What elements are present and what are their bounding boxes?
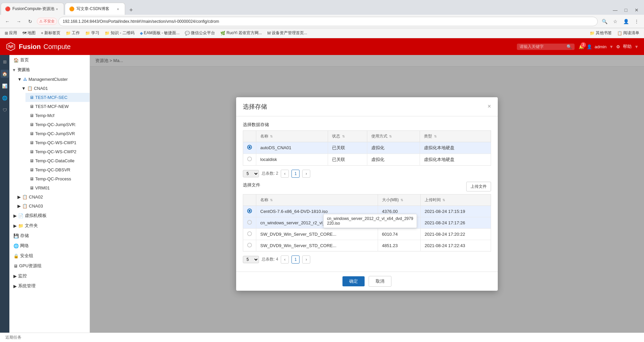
forward-button[interactable]: →	[14, 17, 23, 26]
sidebar-cna01[interactable]: ▼ 📋 CNA01	[17, 84, 90, 93]
sidebar-network[interactable]: 🌐 网络	[9, 241, 90, 251]
file-time-header[interactable]: 上传时间 ⇅	[421, 194, 491, 206]
file-radio-4[interactable]	[247, 243, 252, 247]
bookmark-others[interactable]: 📁其他书签	[588, 30, 614, 37]
cancel-button[interactable]: 取消	[369, 276, 391, 287]
modal-close-button[interactable]: ×	[487, 103, 491, 110]
bookmark-icon[interactable]: ☆	[610, 17, 620, 26]
file-prev-page[interactable]: ‹	[281, 255, 289, 264]
sidebar-vm-dbsvr[interactable]: 🖥 Temp-QC-DBSVR	[25, 165, 90, 174]
storage-type-header[interactable]: 类型 ⇅	[420, 130, 491, 142]
close-window-button[interactable]: ✕	[632, 5, 641, 15]
storage-next-page[interactable]: ›	[302, 170, 310, 178]
icon-bar-network[interactable]: 🌐	[1, 94, 9, 102]
sidebar-vm-jumpsvr2[interactable]: 🖥 Temp-QC-JumpSVR	[25, 129, 90, 138]
search-icon[interactable]: 🔍	[567, 44, 572, 49]
sidebar-system-management[interactable]: ▶ 系统管理	[9, 281, 90, 291]
sidebar-vm-test-mcf-new[interactable]: 🖥 TEST-MCF-NEW	[25, 102, 90, 111]
new-tab-button[interactable]: +	[126, 5, 136, 15]
profile-icon[interactable]: 👤	[621, 17, 631, 26]
storage-radio-2[interactable]	[247, 157, 252, 161]
sidebar-vm-jumpsvr1[interactable]: 🖥 Temp-QC-JumpSVR:	[25, 120, 90, 129]
storage-row-1[interactable]: autoDS_CNA01 已关联 虚拟化 虚拟化本地硬盘	[243, 142, 491, 154]
settings-icon[interactable]: ⚙	[616, 44, 620, 49]
tab-close-2[interactable]: ×	[115, 6, 121, 12]
sidebar-folder[interactable]: ▶ 📁 文件夹	[9, 221, 90, 231]
icon-bar-monitor[interactable]: 📊	[1, 82, 9, 90]
sidebar-vm-template[interactable]: ▶ 📄 虚拟机模板	[9, 211, 90, 221]
tab-fusioncompute[interactable]: 🔴 FusionCompute-资源池 ×	[1, 3, 64, 15]
vm-icon-6: 🖥	[30, 140, 34, 145]
sidebar-vm-vrm01[interactable]: 🖥 VRM01	[25, 183, 90, 192]
icon-bar-resource[interactable]: 🏠	[1, 70, 9, 78]
back-button[interactable]: ←	[3, 17, 12, 26]
file-page-size[interactable]: 5 10 20	[243, 256, 259, 263]
storage-page-size[interactable]: 5 10 20	[243, 170, 259, 177]
sidebar-vm-cwp1[interactable]: 🖥 Temp-QC-WS-CWP1	[25, 138, 90, 147]
sidebar-vm-test-mcf-sec[interactable]: 🖥 TEST-MCF-SEC	[25, 93, 90, 102]
bookmark-asset[interactable]: M设备资产管理首页...	[265, 30, 309, 37]
search-input[interactable]	[520, 44, 567, 49]
icon-bar-security[interactable]: 🛡	[1, 106, 9, 114]
help-label[interactable]: 帮助	[623, 44, 632, 50]
bookmark-ruoyi[interactable]: 🌿RuoYi 若依官方网...	[218, 30, 264, 37]
sidebar-storage[interactable]: 💾 存储	[9, 231, 90, 241]
username-label[interactable]: admin	[595, 44, 606, 49]
file-radio-2[interactable]	[247, 220, 252, 225]
sidebar-security-group[interactable]: 🔒 安全组	[9, 251, 90, 261]
file-name-header[interactable]: 名称 ⇅	[256, 194, 378, 206]
minimize-button[interactable]: —	[610, 5, 620, 15]
header-search[interactable]: 🔍	[517, 44, 575, 50]
bookmark-qrcode[interactable]: 📁知识 - 二维码	[103, 30, 137, 37]
sidebar-monitoring[interactable]: ▶ 监控	[9, 271, 90, 281]
sidebar-vm-datacoll[interactable]: 🖥 Temp-QC-DataColle	[25, 156, 90, 165]
bookmark-study[interactable]: 📁学习	[83, 30, 101, 37]
sidebar-management-cluster[interactable]: ▼ 🖧 ManagementCluster	[13, 75, 90, 84]
sidebar-vm-process[interactable]: 🖥 Temp-QC-Process	[25, 174, 90, 183]
icon-bar-home[interactable]: ⊞	[1, 58, 9, 66]
storage-prev-page[interactable]: ‹	[281, 170, 289, 178]
notification-icon[interactable]: 🔔 3	[579, 44, 584, 49]
confirm-button[interactable]: 确定	[342, 276, 365, 286]
storage-usage-header[interactable]: 使用方式 ⇅	[367, 130, 420, 142]
bookmark-readinglist[interactable]: 📋阅读清单	[615, 30, 641, 37]
storage-status-header[interactable]: 状态 ⇅	[328, 130, 367, 142]
app-name-fusion: Fusion	[19, 43, 41, 51]
file-radio-3[interactable]	[247, 231, 252, 236]
storage-page-1[interactable]: 1	[291, 170, 300, 178]
search-icon[interactable]: 🔍	[600, 17, 609, 26]
app-logo: Fusion Compute	[5, 41, 71, 52]
storage-name-header[interactable]: 名称 ⇅	[256, 130, 328, 142]
bookmark-work[interactable]: 📁工作	[64, 30, 82, 37]
refresh-button[interactable]: ↻	[25, 17, 35, 26]
file-page-1[interactable]: 1	[291, 255, 300, 264]
file-time-1: 2021-08-24 17:15:19	[421, 206, 491, 217]
bookmark-maps[interactable]: 🗺地图	[20, 30, 38, 37]
bookmark-newtab[interactable]: +新标签页	[39, 30, 62, 37]
menu-icon[interactable]: ⋮	[632, 17, 641, 26]
file-next-page[interactable]: ›	[302, 255, 310, 264]
file-row-2[interactable]: cn_windows_server_2012_r2_vl_x6... cn_wi…	[243, 217, 491, 228]
sidebar-cna03[interactable]: ▶ 📋 CNA03	[13, 202, 90, 211]
address-input[interactable]	[58, 17, 598, 26]
user-icon[interactable]: 👤	[587, 44, 592, 49]
sidebar-cna02[interactable]: ▶ 📋 CNA02	[13, 192, 90, 202]
file-radio-1[interactable]	[247, 209, 252, 213]
storage-row-2[interactable]: localdisk 已关联 虚拟化 虚拟化本地硬盘	[243, 154, 491, 165]
sidebar-vm-cwp2[interactable]: 🖥 Temp-QC-WS-CWP2	[25, 147, 90, 156]
sidebar-home[interactable]: 🏠 首页	[9, 55, 90, 65]
file-row-3[interactable]: SW_DVD9_Win_Server_STD_CORE... 6010.74 2…	[243, 228, 491, 240]
bookmark-apps[interactable]: ⊞应用	[3, 30, 19, 37]
bookmark-eam[interactable]: ◆EAM面板 - 敏捷面...	[138, 30, 182, 37]
sidebar-vm-temp-mcf[interactable]: 🖥 Temp-Mcf	[25, 111, 90, 120]
file-size-header[interactable]: 大小(MB) ⇅	[378, 194, 420, 206]
maximize-button[interactable]: □	[621, 5, 631, 15]
upload-file-button[interactable]: 上传文件	[466, 182, 491, 191]
tab-csdn[interactable]: 🟠 写文章-CSDN博客 ×	[65, 3, 125, 15]
file-row-4[interactable]: SW_DVD9_Win_Server_STD_CORE... 4851.23 2…	[243, 240, 491, 251]
bookmark-wechat[interactable]: 💬微信公众平台	[183, 30, 217, 37]
storage-radio-1[interactable]	[247, 145, 252, 150]
sidebar-gpu-group[interactable]: 🖥 GPU资源组	[9, 261, 90, 271]
sidebar-resource-pool-section[interactable]: ▼ 资源池	[9, 65, 90, 75]
tab-close-1[interactable]: ×	[54, 6, 60, 12]
